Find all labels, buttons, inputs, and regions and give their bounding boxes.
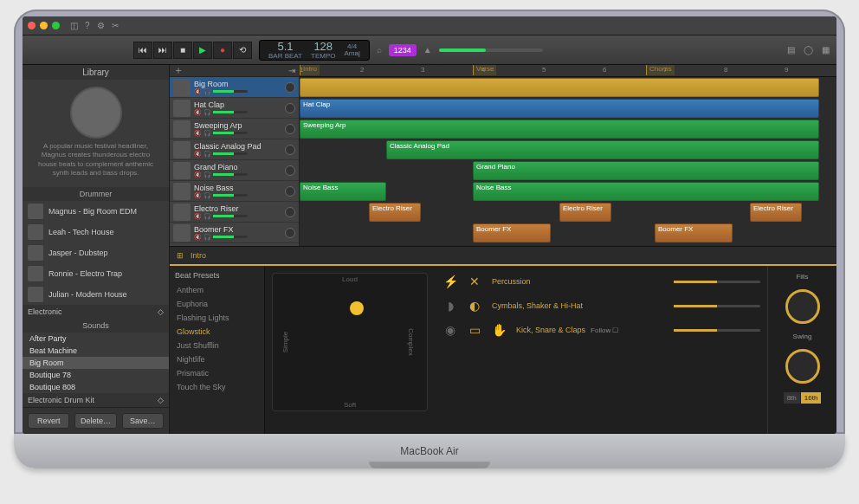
editor-mode-icon[interactable]: ⊞ [177,251,184,260]
audio-region[interactable]: Electro Riser [369,203,421,222]
fills-knob[interactable] [785,289,820,324]
save-button[interactable]: Save… [122,413,164,429]
audio-region[interactable]: Classic Analog Pad [386,140,819,159]
track-header[interactable]: Big Room🔇🎧 [170,77,299,98]
scissors-icon[interactable]: ✂ [112,21,119,30]
audio-region[interactable]: Electro Riser [750,203,802,222]
track-header[interactable]: Noise Bass🔇🎧 [170,181,299,202]
track-header-config-icon[interactable]: ⇥ [288,66,295,75]
count-in-button[interactable]: 1234 [389,44,417,56]
xy-pad[interactable]: Loud Soft Simple Complex [272,273,428,411]
audio-region[interactable]: Hat Clap [300,99,819,118]
close-window-button[interactable] [28,22,36,29]
kit-complexity-slider[interactable] [674,305,760,307]
beat-preset-item[interactable]: Nightlife [175,352,259,366]
stop-button[interactable]: ■ [173,42,192,59]
kit-complexity-slider[interactable] [674,329,760,332]
kit-piece-icon[interactable]: ✋ [490,321,507,339]
bar-ruler[interactable]: 123456789IntroVerseChorus [300,65,836,77]
laptop-base: MacBook Air [14,434,845,468]
metronome-icon[interactable]: ▲ [423,45,432,55]
garageband-window: ◫ ? ⚙ ✂ ⏮ ⏭ ■ ▶ ● ⟲ [23,16,836,434]
swing-resolution-toggle[interactable]: 8th16th [784,392,822,404]
genre-select[interactable]: Electronic◇ [23,305,169,319]
track-header[interactable]: Boomer FX🔇🎧 [170,223,299,243]
track-header[interactable]: Classic Analog Pad🔇🎧 [170,139,299,160]
minimize-window-button[interactable] [40,22,48,29]
beat-preset-item[interactable]: Touch the Sky [175,380,259,394]
track-header[interactable]: Sweeping Arp🔇🎧 [170,119,299,139]
xy-pad-puck[interactable] [350,301,364,315]
kit-select[interactable]: Electronic Drum Kit◇ [23,393,169,407]
beat-preset-item[interactable]: Glowstick [175,325,259,339]
sounds-section-label: Sounds [23,319,169,333]
cycle-button[interactable]: ⟲ [233,42,252,59]
beat-preset-item[interactable]: Euphoria [175,297,259,311]
drummer-item[interactable]: Magnus - Big Room EDM [23,201,169,222]
zoom-window-button[interactable] [52,22,60,29]
media-browser-icon[interactable]: ▦ [822,45,830,55]
drummer-item[interactable]: Leah - Tech House [23,222,169,242]
lcd-display[interactable]: 5.1 BAR BEAT 128 TEMPO 4/4 Amaj [259,40,370,61]
play-button[interactable]: ▶ [193,42,212,59]
sound-item[interactable]: Beat Machine [23,345,169,357]
quick-help-icon[interactable]: ? [85,21,90,30]
track-header[interactable]: Electro Riser🔇🎧 [170,202,299,223]
swing-knob[interactable] [785,349,820,384]
sound-item[interactable]: Boutique 78 [23,369,169,381]
add-track-button[interactable]: ＋ [173,63,184,78]
kit-piece-icon[interactable]: ⚡ [442,273,459,290]
arrangement-marker[interactable]: Chorus [646,65,675,75]
sound-item[interactable]: After Party [23,333,169,345]
loop-browser-icon[interactable]: ◯ [804,45,813,55]
drummer-item[interactable]: Ronnie - Electro Trap [23,263,169,284]
beat-preset-item[interactable]: Just Shufflin [175,339,259,352]
arrangement-marker[interactable]: Intro [300,65,320,75]
drummer-item[interactable]: Jasper - Dubstep [23,242,169,263]
beat-preset-item[interactable]: Flashing Lights [175,311,259,325]
kit-piece-icon[interactable]: ✕ [466,273,483,290]
rewind-button[interactable]: ⏮ [133,42,152,59]
revert-button[interactable]: Revert [28,413,69,429]
library-panel: Library A popular music festival headlin… [23,65,170,434]
sound-item[interactable]: Boutique 808 [23,381,169,393]
track-header[interactable]: Hat Clap🔇🎧 [170,98,299,119]
audio-region[interactable] [300,78,819,97]
editor-header: ⊞ Intro [170,247,836,264]
kit-complexity-slider[interactable] [674,281,760,283]
audio-region[interactable]: Electro Riser [559,203,611,222]
audio-region[interactable]: Grand Piano [473,161,819,180]
tuner-icon[interactable]: ⌕ [377,45,382,55]
drummer-avatar [72,88,120,137]
master-volume-slider[interactable] [439,48,543,52]
kit-piece-icon[interactable]: ◗ [442,297,459,314]
drummer-item[interactable]: Julian - Modern House [23,284,169,305]
delete-button[interactable]: Delete… [74,413,116,429]
track-header[interactable]: Grand Piano🔇🎧 [170,160,299,181]
audio-region[interactable]: Boomer FX [473,223,551,242]
arrangement-marker[interactable]: Verse [473,65,496,75]
drummer-section-label: Drummer [23,187,169,201]
kit-piece-icon[interactable]: ◉ [442,321,459,339]
beat-preset-item[interactable]: Anthem [175,283,259,297]
notepad-icon[interactable]: ▤ [787,45,795,55]
library-toggle-icon[interactable]: ◫ [70,21,78,30]
beat-presets-panel: Beat Presets AnthemEuphoriaFlashing Ligh… [170,266,265,434]
presets-header: Beat Presets [175,271,259,280]
control-bar: ⏮ ⏭ ■ ▶ ● ⟲ 5.1 BAR BEAT 128 [23,36,836,65]
kit-row: ⚡✕Percussion [442,273,760,290]
kit-piece-icon[interactable]: ◐ [466,297,483,314]
kit-piece-icon[interactable]: ▭ [466,321,483,339]
audio-region[interactable]: Sweeping Arp [300,120,819,139]
beat-preset-item[interactable]: Prismatic [175,366,259,380]
audio-region[interactable]: Noise Bass [300,182,386,201]
sound-item[interactable]: Big Room [23,357,169,369]
performance-knobs: Fills Swing 8th16th [767,266,836,434]
record-button[interactable]: ● [213,42,232,59]
arrangement-timeline[interactable]: 123456789IntroVerseChorus Hat ClapSweepi… [300,65,836,246]
audio-region[interactable]: Noise Bass [473,182,819,201]
audio-region[interactable]: Boomer FX [655,223,733,242]
track-header-list: ＋⇥ Big Room🔇🎧Hat Clap🔇🎧Sweeping Arp🔇🎧Cla… [170,65,300,246]
forward-button[interactable]: ⏭ [153,42,172,59]
settings-icon[interactable]: ⚙ [97,21,105,30]
